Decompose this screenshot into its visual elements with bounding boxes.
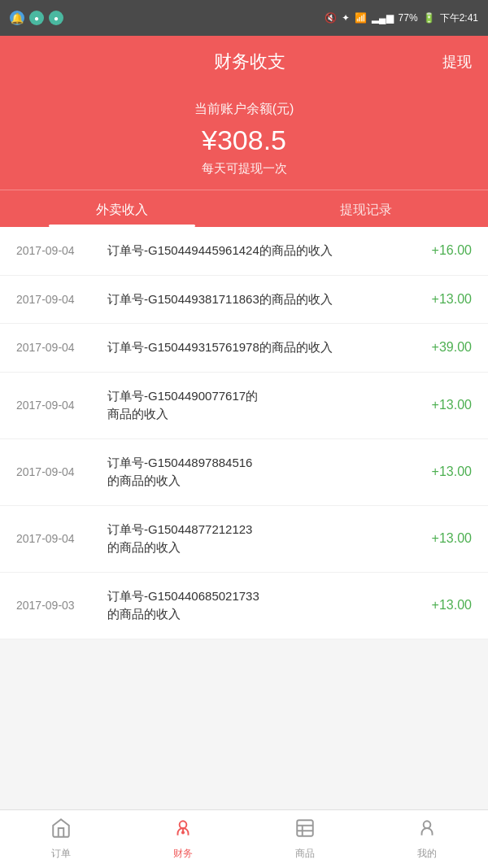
notification-icon: 🔔 — [10, 11, 24, 25]
status-bar: 🔔 ● ● 🔇 ✦ 📶 ▂▄▆ 77% 🔋 下午2:41 — [0, 0, 488, 36]
balance-section: 当前账户余额(元) ¥308.5 每天可提现一次 — [0, 88, 488, 190]
finance-label: 财务 — [173, 847, 193, 861]
tx-amount: +13.00 — [420, 292, 472, 307]
svg-point-2 — [182, 831, 184, 833]
svg-point-7 — [424, 821, 431, 828]
tx-amount: +16.00 — [420, 243, 472, 258]
transaction-list: 2017-09-04 订单号-G150449445961424的商品的收入 +1… — [0, 227, 488, 639]
tx-desc: 订单号-G150440685021733的商品的收入 — [98, 587, 420, 624]
status-right-icons: 🔇 ✦ 📶 ▂▄▆ 77% 🔋 下午2:41 — [325, 11, 478, 25]
tab-bar: 外卖收入 提现记录 — [0, 190, 488, 227]
finance-icon — [172, 818, 194, 844]
bluetooth-icon: ✦ — [342, 12, 350, 24]
app-icon-1: ● — [29, 11, 44, 25]
tab-income[interactable]: 外卖收入 — [0, 190, 244, 227]
goods-label: 商品 — [295, 847, 315, 861]
orders-icon — [50, 818, 72, 844]
tab-withdraw-record[interactable]: 提现记录 — [244, 190, 488, 227]
table-row: 2017-09-04 订单号-G150449315761978的商品的收入 +3… — [0, 324, 488, 373]
signal-icon: ▂▄▆ — [372, 12, 394, 24]
mute-icon: 🔇 — [325, 12, 337, 24]
tx-desc: 订单号-G150449445961424的商品的收入 — [98, 242, 420, 260]
tx-amount: +13.00 — [420, 598, 472, 613]
tx-amount: +13.00 — [420, 398, 472, 412]
tx-desc: 订单号-G15044877212123的商品的收入 — [98, 521, 420, 557]
tx-date: 2017-09-04 — [16, 465, 98, 478]
tx-date: 2017-09-04 — [16, 532, 98, 545]
orders-label: 订单 — [51, 847, 71, 861]
time-display: 下午2:41 — [440, 11, 478, 25]
tx-date: 2017-09-03 — [16, 599, 98, 612]
balance-hint: 每天可提现一次 — [16, 161, 472, 190]
tx-date: 2017-09-04 — [16, 244, 98, 257]
tx-date: 2017-09-04 — [16, 293, 98, 306]
svg-rect-3 — [297, 820, 313, 836]
tx-desc: 订单号-G15044897884516的商品的收入 — [98, 454, 420, 491]
tx-amount: +39.00 — [420, 340, 472, 355]
mine-label: 我的 — [417, 847, 437, 861]
nav-goods[interactable]: 商品 — [244, 810, 366, 868]
bottom-nav: 订单 财务 商品 — [0, 809, 488, 868]
nav-mine[interactable]: 我的 — [366, 810, 488, 868]
table-row: 2017-09-04 订单号-G15044877212123的商品的收入 +13… — [0, 506, 488, 573]
table-row: 2017-09-04 订单号-G150449381711863的商品的收入 +1… — [0, 276, 488, 325]
balance-amount: ¥308.5 — [16, 124, 472, 156]
tx-desc: 订单号-G150449007761​7的商品的收入 — [98, 387, 420, 424]
goods-icon — [294, 818, 316, 844]
status-left-icons: 🔔 ● ● — [10, 11, 63, 25]
table-row: 2017-09-04 订单号-G15044897884516的商品的收入 +13… — [0, 439, 488, 506]
nav-finance[interactable]: 财务 — [122, 810, 244, 868]
header: 财务收支 提现 — [0, 36, 488, 88]
nav-orders[interactable]: 订单 — [0, 810, 122, 868]
tx-desc: 订单号-G150449381711863的商品的收入 — [98, 290, 420, 309]
battery-icon: 🔋 — [423, 12, 435, 24]
mine-icon — [416, 818, 438, 844]
withdraw-button[interactable]: 提现 — [442, 52, 472, 72]
tx-amount: +13.00 — [420, 531, 472, 546]
app-icon-2: ● — [49, 11, 63, 25]
tx-date: 2017-09-04 — [16, 341, 98, 354]
balance-label: 当前账户余额(元) — [16, 101, 472, 118]
tx-desc: 订单号-G150449315761978的商品的收入 — [98, 338, 420, 357]
table-row: 2017-09-04 订单号-G150449007761​7的商品的收入 +13… — [0, 373, 488, 439]
tx-amount: +13.00 — [420, 465, 472, 479]
battery-level: 77% — [399, 12, 418, 24]
tx-date: 2017-09-04 — [16, 399, 98, 412]
table-row: 2017-09-04 订单号-G150449445961424的商品的收入 +1… — [0, 227, 488, 276]
table-row: 2017-09-03 订单号-G150440685021733的商品的收入 +1… — [0, 573, 488, 639]
wifi-icon: 📶 — [355, 12, 367, 24]
svg-point-0 — [180, 821, 187, 828]
page-title: 财务收支 — [57, 50, 442, 74]
